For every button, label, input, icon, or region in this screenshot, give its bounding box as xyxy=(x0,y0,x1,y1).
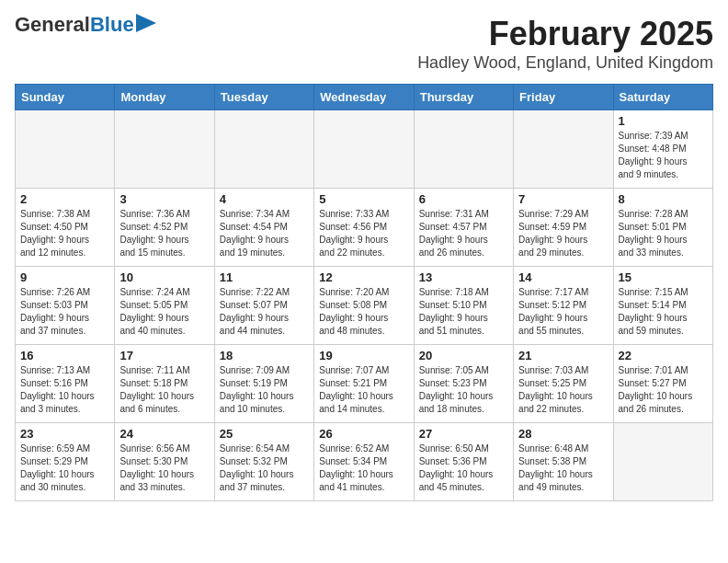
day-info: Sunrise: 7:31 AM Sunset: 4:57 PM Dayligh… xyxy=(419,208,508,259)
day-info: Sunrise: 7:20 AM Sunset: 5:08 PM Dayligh… xyxy=(319,286,408,338)
page-header: GeneralBlue February 2025 Hadley Wood, E… xyxy=(15,15,713,73)
table-row: 12Sunrise: 7:20 AM Sunset: 5:08 PM Dayli… xyxy=(314,267,414,345)
day-number: 28 xyxy=(518,427,608,441)
day-info: Sunrise: 7:33 AM Sunset: 4:56 PM Dayligh… xyxy=(319,208,408,259)
day-number: 1 xyxy=(619,114,708,128)
day-number: 23 xyxy=(20,427,109,441)
day-info: Sunrise: 7:39 AM Sunset: 4:48 PM Dayligh… xyxy=(619,130,708,181)
day-info: Sunrise: 6:50 AM Sunset: 5:36 PM Dayligh… xyxy=(419,442,508,494)
day-info: Sunrise: 7:29 AM Sunset: 4:59 PM Dayligh… xyxy=(518,208,608,259)
table-row: 3Sunrise: 7:36 AM Sunset: 4:52 PM Daylig… xyxy=(115,189,214,267)
day-info: Sunrise: 7:18 AM Sunset: 5:10 PM Dayligh… xyxy=(419,286,508,338)
table-row: 19Sunrise: 7:07 AM Sunset: 5:21 PM Dayli… xyxy=(314,345,414,423)
table-row: 16Sunrise: 7:13 AM Sunset: 5:16 PM Dayli… xyxy=(16,345,115,423)
table-row: 13Sunrise: 7:18 AM Sunset: 5:10 PM Dayli… xyxy=(414,267,513,345)
logo-text: GeneralBlue xyxy=(15,15,134,35)
table-row: 4Sunrise: 7:34 AM Sunset: 4:54 PM Daylig… xyxy=(214,189,313,267)
day-number: 17 xyxy=(119,349,209,362)
week-row-2: 2Sunrise: 7:38 AM Sunset: 4:50 PM Daylig… xyxy=(16,189,713,267)
col-sunday: Sunday xyxy=(16,85,115,110)
day-number: 14 xyxy=(518,270,608,284)
day-info: Sunrise: 7:28 AM Sunset: 5:01 PM Dayligh… xyxy=(619,208,708,259)
day-info: Sunrise: 7:22 AM Sunset: 5:07 PM Dayligh… xyxy=(220,286,309,338)
table-row: 21Sunrise: 7:03 AM Sunset: 5:25 PM Dayli… xyxy=(514,345,613,423)
col-wednesday: Wednesday xyxy=(314,85,414,110)
table-row: 11Sunrise: 7:22 AM Sunset: 5:07 PM Dayli… xyxy=(214,267,313,345)
svg-marker-0 xyxy=(136,14,156,32)
logo-general: General xyxy=(15,13,90,36)
day-info: Sunrise: 7:01 AM Sunset: 5:27 PM Dayligh… xyxy=(619,364,708,416)
table-row: 24Sunrise: 6:56 AM Sunset: 5:30 PM Dayli… xyxy=(115,423,214,501)
day-number: 25 xyxy=(220,427,309,441)
day-info: Sunrise: 6:59 AM Sunset: 5:29 PM Dayligh… xyxy=(20,442,109,494)
table-row xyxy=(314,110,414,189)
table-row: 7Sunrise: 7:29 AM Sunset: 4:59 PM Daylig… xyxy=(514,189,613,267)
col-monday: Monday xyxy=(115,85,214,110)
week-row-5: 23Sunrise: 6:59 AM Sunset: 5:29 PM Dayli… xyxy=(16,423,713,501)
col-saturday: Saturday xyxy=(613,85,712,110)
day-number: 15 xyxy=(619,270,708,284)
day-info: Sunrise: 7:24 AM Sunset: 5:05 PM Dayligh… xyxy=(119,286,209,338)
calendar-title: February 2025 xyxy=(417,15,713,53)
page-container: GeneralBlue February 2025 Hadley Wood, E… xyxy=(0,0,728,511)
col-friday: Friday xyxy=(514,85,613,110)
table-row: 27Sunrise: 6:50 AM Sunset: 5:36 PM Dayli… xyxy=(414,423,513,501)
table-row: 15Sunrise: 7:15 AM Sunset: 5:14 PM Dayli… xyxy=(613,267,712,345)
table-row xyxy=(115,110,214,189)
day-number: 9 xyxy=(20,270,109,284)
day-number: 4 xyxy=(220,192,309,206)
table-row: 9Sunrise: 7:26 AM Sunset: 5:03 PM Daylig… xyxy=(16,267,115,345)
day-info: Sunrise: 7:17 AM Sunset: 5:12 PM Dayligh… xyxy=(518,286,608,338)
day-number: 26 xyxy=(319,427,408,441)
week-row-3: 9Sunrise: 7:26 AM Sunset: 5:03 PM Daylig… xyxy=(16,267,713,345)
day-number: 13 xyxy=(419,270,508,284)
col-thursday: Thursday xyxy=(414,85,513,110)
day-number: 24 xyxy=(119,427,209,441)
calendar-subtitle: Hadley Wood, England, United Kingdom xyxy=(417,53,713,73)
logo: GeneralBlue xyxy=(15,15,156,35)
col-tuesday: Tuesday xyxy=(214,85,313,110)
table-row: 6Sunrise: 7:31 AM Sunset: 4:57 PM Daylig… xyxy=(414,189,513,267)
table-row: 26Sunrise: 6:52 AM Sunset: 5:34 PM Dayli… xyxy=(314,423,414,501)
day-number: 20 xyxy=(419,349,508,362)
calendar-table: Sunday Monday Tuesday Wednesday Thursday… xyxy=(15,84,713,501)
day-number: 3 xyxy=(119,192,209,206)
day-info: Sunrise: 7:26 AM Sunset: 5:03 PM Dayligh… xyxy=(20,286,109,338)
table-row: 10Sunrise: 7:24 AM Sunset: 5:05 PM Dayli… xyxy=(115,267,214,345)
day-number: 6 xyxy=(419,192,508,206)
logo-blue: Blue xyxy=(90,13,134,36)
day-number: 7 xyxy=(518,192,608,206)
day-number: 8 xyxy=(619,192,708,206)
week-row-1: 1Sunrise: 7:39 AM Sunset: 4:48 PM Daylig… xyxy=(16,110,713,189)
table-row: 18Sunrise: 7:09 AM Sunset: 5:19 PM Dayli… xyxy=(214,345,313,423)
day-info: Sunrise: 6:52 AM Sunset: 5:34 PM Dayligh… xyxy=(319,442,408,494)
table-row: 5Sunrise: 7:33 AM Sunset: 4:56 PM Daylig… xyxy=(314,189,414,267)
calendar-header-row: Sunday Monday Tuesday Wednesday Thursday… xyxy=(16,85,713,110)
day-info: Sunrise: 7:15 AM Sunset: 5:14 PM Dayligh… xyxy=(619,286,708,338)
table-row: 2Sunrise: 7:38 AM Sunset: 4:50 PM Daylig… xyxy=(16,189,115,267)
day-info: Sunrise: 7:07 AM Sunset: 5:21 PM Dayligh… xyxy=(319,364,408,416)
day-number: 11 xyxy=(220,270,309,284)
day-number: 27 xyxy=(419,427,508,441)
week-row-4: 16Sunrise: 7:13 AM Sunset: 5:16 PM Dayli… xyxy=(16,345,713,423)
table-row: 17Sunrise: 7:11 AM Sunset: 5:18 PM Dayli… xyxy=(115,345,214,423)
day-info: Sunrise: 7:05 AM Sunset: 5:23 PM Dayligh… xyxy=(419,364,508,416)
table-row: 20Sunrise: 7:05 AM Sunset: 5:23 PM Dayli… xyxy=(414,345,513,423)
day-number: 5 xyxy=(319,192,408,206)
table-row xyxy=(414,110,513,189)
day-info: Sunrise: 7:03 AM Sunset: 5:25 PM Dayligh… xyxy=(518,364,608,416)
day-info: Sunrise: 7:38 AM Sunset: 4:50 PM Dayligh… xyxy=(20,208,109,259)
table-row xyxy=(214,110,313,189)
table-row: 23Sunrise: 6:59 AM Sunset: 5:29 PM Dayli… xyxy=(16,423,115,501)
table-row: 28Sunrise: 6:48 AM Sunset: 5:38 PM Dayli… xyxy=(514,423,613,501)
day-info: Sunrise: 7:36 AM Sunset: 4:52 PM Dayligh… xyxy=(119,208,209,259)
table-row xyxy=(16,110,115,189)
day-info: Sunrise: 7:13 AM Sunset: 5:16 PM Dayligh… xyxy=(20,364,109,416)
day-number: 19 xyxy=(319,349,408,362)
day-info: Sunrise: 6:56 AM Sunset: 5:30 PM Dayligh… xyxy=(119,442,209,494)
day-info: Sunrise: 7:11 AM Sunset: 5:18 PM Dayligh… xyxy=(119,364,209,416)
table-row: 25Sunrise: 6:54 AM Sunset: 5:32 PM Dayli… xyxy=(214,423,313,501)
table-row xyxy=(613,423,712,501)
day-info: Sunrise: 7:09 AM Sunset: 5:19 PM Dayligh… xyxy=(220,364,309,416)
day-info: Sunrise: 6:54 AM Sunset: 5:32 PM Dayligh… xyxy=(220,442,309,494)
